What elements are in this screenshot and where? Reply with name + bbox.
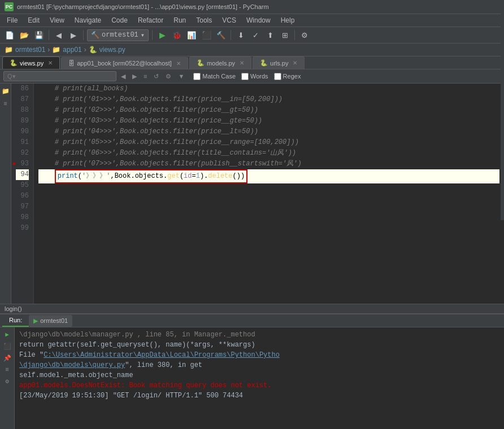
tab-close-urls[interactable]: ✕	[293, 60, 297, 66]
push-btn[interactable]: ⬆	[264, 29, 276, 41]
tab-db[interactable]: 🗄 app01_book [orm0522@localhost] ✕	[61, 57, 188, 69]
code-lines[interactable]: # print(all_books) # print('01>>>',Book.…	[34, 84, 504, 304]
menu-window[interactable]: Window	[242, 15, 275, 25]
menu-run[interactable]: Run	[169, 15, 190, 25]
search-prev-btn[interactable]: ◀	[119, 72, 128, 81]
login-tab-label: login()	[5, 305, 22, 312]
search-next-btn[interactable]: ▶	[130, 72, 139, 81]
regex-checkbox[interactable]	[274, 73, 281, 80]
menu-navigate[interactable]: Navigate	[70, 15, 106, 25]
tab-label-db: app01_book [orm0522@localhost]	[77, 60, 172, 67]
separator-2	[83, 30, 84, 40]
code-line-88: # print('02>>>',Book.objects.filter(pric…	[38, 105, 499, 116]
editor-footer-tab: login()	[0, 304, 504, 314]
menu-help[interactable]: Help	[276, 15, 299, 25]
tab-views-py[interactable]: 🐍 views.py ✕	[2, 56, 60, 69]
editor-tabs: 🐍 views.py ✕ 🗄 app01_book [orm0522@local…	[0, 56, 504, 69]
run-toolbar: ▶ ⬛ 📌 ≡ ⚙	[0, 327, 15, 429]
left-sidebar: 📁 ≡	[0, 84, 11, 304]
dropdown-icon: ▾	[141, 31, 145, 40]
editor-layout: 📁 ≡ 86 87 88 89 90 91 92 ●93 94 95 96 97…	[0, 84, 504, 304]
run-stop-btn[interactable]: ⬛	[2, 342, 12, 351]
run-filter-btn[interactable]: ≡	[4, 365, 10, 374]
tab-urls-py[interactable]: 🐍 urls.py ✕	[253, 56, 305, 69]
run-line-6: app01.models.DoesNotExist: Book matching…	[19, 380, 499, 391]
run-scroll-btn[interactable]: 📌	[2, 353, 12, 363]
commit-btn[interactable]: ✓	[249, 29, 262, 41]
words-checkbox[interactable]	[241, 73, 249, 80]
run-tab-label: Run:	[9, 317, 22, 323]
breadcrumb-file[interactable]: views.py	[99, 46, 125, 54]
project-selector[interactable]: 🔨 ormtest01 ▾	[87, 29, 149, 41]
search-filter-btn[interactable]: ≡	[141, 72, 149, 80]
regex-label[interactable]: Regex	[274, 73, 301, 80]
tab-label-views: views.py	[20, 60, 44, 67]
line-numbers: 86 87 88 89 90 91 92 ●93 94 95 96 97 98 …	[11, 84, 34, 304]
run-with-coverage-btn[interactable]: 📊	[185, 29, 198, 41]
line-num-90: 90	[16, 126, 29, 137]
breadcrumb-app[interactable]: app01	[63, 46, 81, 54]
code-line-87: # print('01>>>',Book.objects.filter(pric…	[38, 94, 499, 105]
tab-close-db[interactable]: ✕	[176, 60, 181, 67]
stop-btn[interactable]: ⬛	[200, 29, 212, 41]
menu-vcs[interactable]: VCS	[218, 15, 241, 25]
separator-1	[49, 30, 49, 40]
menu-view[interactable]: View	[45, 15, 69, 25]
code-line-96	[38, 194, 499, 205]
line-num-96: 96	[16, 191, 29, 202]
search-replace-btn[interactable]: ↺	[151, 72, 161, 81]
run-btn[interactable]: ▶	[156, 29, 168, 41]
tab-models-py[interactable]: 🐍 models.py ✕	[189, 56, 251, 69]
sidebar-structure-icon[interactable]: ≡	[2, 99, 9, 109]
menu-refactor[interactable]: Refactor	[133, 15, 168, 25]
words-label[interactable]: Words	[241, 73, 268, 80]
build-btn[interactable]: 🔨	[215, 29, 227, 41]
breadcrumb-project[interactable]: ormtest01	[15, 46, 45, 54]
diff-btn[interactable]: ⊞	[279, 29, 291, 41]
menu-file[interactable]: File	[2, 15, 22, 25]
new-file-btn[interactable]: 📄	[3, 29, 16, 41]
search-options-group: Match Case Words Regex	[193, 73, 301, 80]
tab-label-models: models.py	[207, 60, 235, 67]
titlebar: PC ormtest01 [F:\pycharmproject\django\o…	[0, 0, 504, 14]
line-num-99: 99	[16, 223, 29, 234]
filter-icon-btn[interactable]: ▼	[176, 72, 186, 80]
menu-code[interactable]: Code	[107, 15, 132, 25]
run-app-name: ormtest01	[40, 317, 68, 324]
run-tab-run[interactable]: Run:	[2, 314, 29, 327]
save-btn[interactable]: 💾	[33, 29, 45, 41]
run-app-label[interactable]: ▶ ormtest01	[29, 315, 72, 327]
window-title: ormtest01 [F:\pycharmproject\django\ormt…	[17, 3, 269, 10]
sidebar-project-icon[interactable]: 📁	[0, 86, 11, 97]
git-update-btn[interactable]: ⬇	[234, 29, 247, 41]
tab-close-views[interactable]: ✕	[48, 60, 53, 66]
breadcrumb: 📁 ormtest01 › 📁 app01 › 🐍 views.py	[0, 43, 504, 56]
run-line-7: [23/May/2019 19:51:30] "GET /login/ HTTP…	[19, 391, 499, 401]
code-line-90: # print('04>>>',Book.objects.filter(pric…	[38, 126, 499, 137]
menu-tools[interactable]: Tools	[192, 15, 216, 25]
run-icon: ▶	[33, 317, 38, 325]
run-content: ▶ ⬛ 📌 ≡ ⚙ \django\db\models\manager.py ,…	[0, 327, 504, 429]
settings-btn[interactable]: ⚙	[298, 29, 311, 41]
run-line-4: \django\db\models\query.py", line 380, i…	[19, 360, 499, 370]
menu-edit[interactable]: Edit	[23, 15, 44, 25]
code-line-99	[38, 226, 499, 237]
search-input[interactable]	[3, 71, 116, 81]
line-num-89: 89	[16, 116, 29, 126]
code-line-91: # print('05>>>',Book.objects.filter(pric…	[38, 137, 499, 148]
code-line-93: # print('07>>>',Book.objects.filter(publ…	[38, 159, 499, 169]
search-options-btn[interactable]: ⚙	[163, 72, 173, 81]
app-icon: PC	[5, 2, 14, 11]
debug-btn[interactable]: 🐞	[171, 29, 183, 41]
match-case-label[interactable]: Match Case	[193, 73, 236, 80]
line-num-88: 88	[16, 105, 29, 116]
run-restart-btn[interactable]: ▶	[4, 330, 10, 339]
open-btn[interactable]: 📂	[18, 29, 31, 41]
back-btn[interactable]: ◀	[53, 29, 65, 41]
run-settings-btn[interactable]: ⚙	[4, 377, 10, 386]
match-case-checkbox[interactable]	[193, 73, 201, 80]
tab-close-models[interactable]: ✕	[240, 60, 244, 66]
forward-btn[interactable]: ▶	[67, 29, 80, 41]
line-num-86: 86	[16, 84, 29, 94]
run-line-1: \django\db\models\manager.py , line 85, …	[19, 330, 499, 340]
